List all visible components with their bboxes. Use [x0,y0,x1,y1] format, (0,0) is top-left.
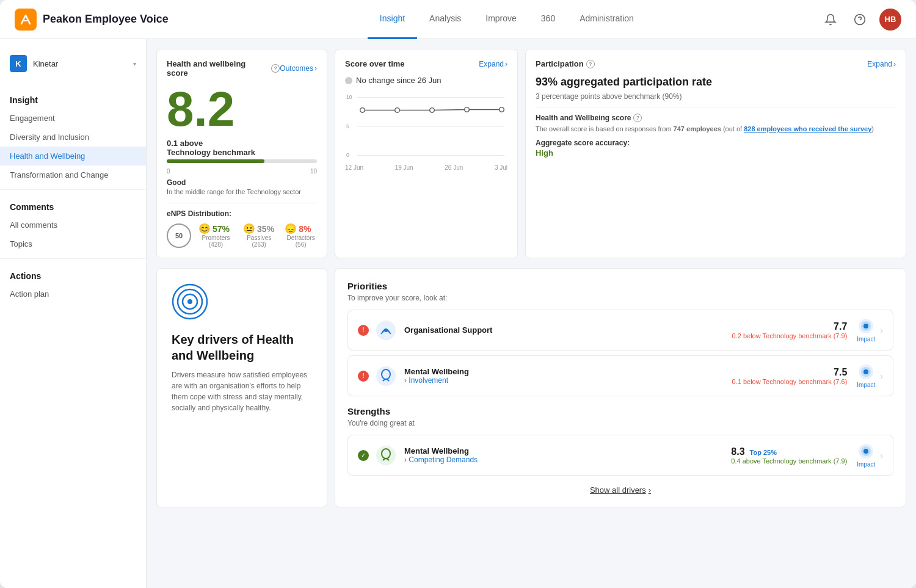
sidebar-item-diversity[interactable]: Diversity and Inclusion [0,128,146,147]
strength-impact-0[interactable]: Impact [857,443,875,468]
strength-score-0: 8.3 Top 25% 0.4 above Technology benchma… [731,446,847,465]
participation-expand-icon: › [893,60,896,68]
strength-chevron-0: › [880,451,883,460]
target-icon [172,283,208,320]
score-info-icon[interactable]: ? [271,64,280,73]
main-layout: K Kinetar ▾ Insight Engagement Diversity… [0,39,916,588]
sidebar-item-action-plan[interactable]: Action plan [0,285,146,303]
outcomes-chevron-icon: › [314,64,317,73]
benchmark-info: 0.1 above Technology benchmark [167,139,317,157]
enps-promoters: 😊 57% Promoters (428) [198,223,233,248]
drivers-title: Key drivers of Health and Wellbeing [172,332,312,363]
main-nav: Insight Analysis Improve 360 Administrat… [193,0,821,39]
app-logo [15,9,37,31]
priority-item-1[interactable]: ! Mental Wellbeing › Involvement [347,355,893,396]
overtime-header: Score over time Expand › [345,59,507,68]
enps-section: eNPS Distribution: 50 😊 57% [167,203,317,248]
participation-expand[interactable]: Expand › [867,60,896,68]
app-title: Peakon Employee Voice [43,13,169,26]
overtime-expand[interactable]: Expand › [479,60,507,68]
help-button[interactable] [850,10,870,29]
health-score-card: Health and wellbeing score ? Outcomes › … [156,49,327,258]
sidebar: K Kinetar ▾ Insight Engagement Diversity… [0,39,147,588]
svg-text:0: 0 [346,152,349,158]
enps-stats: 😊 57% Promoters (428) [198,223,317,248]
svg-point-10 [430,108,435,113]
sidebar-item-topics[interactable]: Topics [0,234,146,253]
health-score-value: 8.2 [167,85,317,134]
svg-point-18 [384,328,388,332]
priority-item-0[interactable]: ! Organisational Support [347,310,893,350]
nav-improve[interactable]: Improve [473,0,529,39]
svg-point-11 [465,107,470,112]
svg-text:10: 10 [346,94,352,100]
score-chart: 10 5 0 [345,90,507,163]
strength-item-0[interactable]: ✓ Mental Wellbeing › Competing Demands [347,435,893,476]
expand-chevron-icon: › [505,60,507,68]
nav-360[interactable]: 360 [529,0,567,39]
participation-card: Participation ? Expand › 93% aggregated … [525,49,906,258]
org-selector[interactable]: K Kinetar ▾ [0,49,146,78]
enps-detractors: 😞 8% Detractors (56) [285,223,317,248]
nav-administration[interactable]: Administration [567,0,646,39]
org-badge: K [10,55,27,72]
accuracy-value: High [536,148,896,158]
priority-alert-1: ! [358,371,369,382]
user-avatar[interactable]: HB [879,9,901,31]
enps-passives: 😐 35% Passives (263) [243,223,275,248]
sidebar-item-transformation[interactable]: Transformation and Change [0,165,146,184]
priority-alert-0: ! [358,325,369,336]
svg-text:5: 5 [346,123,349,129]
enps-circle: 50 [167,223,191,248]
org-name: Kinetar [33,59,127,68]
priorities-sub: To improve your score, look at: [347,294,893,302]
score-card-title: Health and wellbeing score ? [167,59,280,78]
score-card-header: Health and wellbeing score ? Outcomes › [167,59,317,78]
sidebar-item-engagement[interactable]: Engagement [0,109,146,128]
svg-point-21 [863,324,868,328]
enps-title: eNPS Distribution: [167,209,317,218]
hw-score-title: Health and Wellbeing score ? [536,114,896,122]
impact-button-1[interactable]: Impact [857,363,875,388]
sidebar-item-health[interactable]: Health and Wellbeing [0,147,146,165]
no-change-dot [345,77,352,84]
priority-icon-1 [375,365,397,387]
quality-desc: In the middle range for the Technology s… [167,188,317,195]
svg-point-16 [187,299,192,304]
sidebar-divider-1 [0,189,146,190]
quality-label: Good [167,178,317,187]
svg-point-9 [395,108,400,113]
notifications-button[interactable] [821,10,840,29]
strength-check-0: ✓ [358,450,369,461]
sidebar-section-insight: Insight [0,88,146,109]
nav-analysis[interactable]: Analysis [417,0,473,39]
main-content: Health and wellbeing score ? Outcomes › … [147,39,916,588]
bottom-section: Key drivers of Health and Wellbeing Driv… [156,268,906,507]
cards-row: Health and wellbeing score ? Outcomes › … [156,49,906,258]
bar-labels: 0 10 [167,168,317,175]
participation-info-icon[interactable]: ? [586,60,595,68]
show-all-drivers[interactable]: Show all drivers › [347,485,893,495]
nav-insight[interactable]: Insight [368,0,417,39]
org-chevron-icon: ▾ [133,60,136,67]
outcomes-link[interactable]: Outcomes › [280,64,317,73]
chart-svg: 10 5 0 [345,90,507,163]
priority-score-0: 7.7 0.2 below Technology benchmark (7.9) [732,321,848,339]
sidebar-divider-2 [0,258,146,259]
sidebar-item-all-comments[interactable]: All comments [0,216,146,234]
priority-chevron-0: › [880,325,883,335]
app-header: Peakon Employee Voice Insight Analysis I… [0,0,916,39]
priorities-title: Priorities [347,281,893,291]
priority-info-0: Organisational Support [404,325,732,335]
svg-point-8 [360,108,365,113]
strength-icon-0 [375,445,397,466]
impact-button-0[interactable]: Impact [857,318,875,343]
hw-score-desc: The overall score is based on responses … [536,125,896,134]
participation-header: Participation ? Expand › [536,59,896,68]
benchmark-fill [167,159,264,163]
show-all-chevron-icon: › [649,485,651,495]
priority-score-1: 7.5 0.1 below Technology benchmark (7.6) [732,367,848,385]
sidebar-section-comments: Comments [0,195,146,216]
chart-labels: 12 Jun 19 Jun 26 Jun 3 Jul [345,164,507,171]
hw-info-icon[interactable]: ? [633,114,642,122]
